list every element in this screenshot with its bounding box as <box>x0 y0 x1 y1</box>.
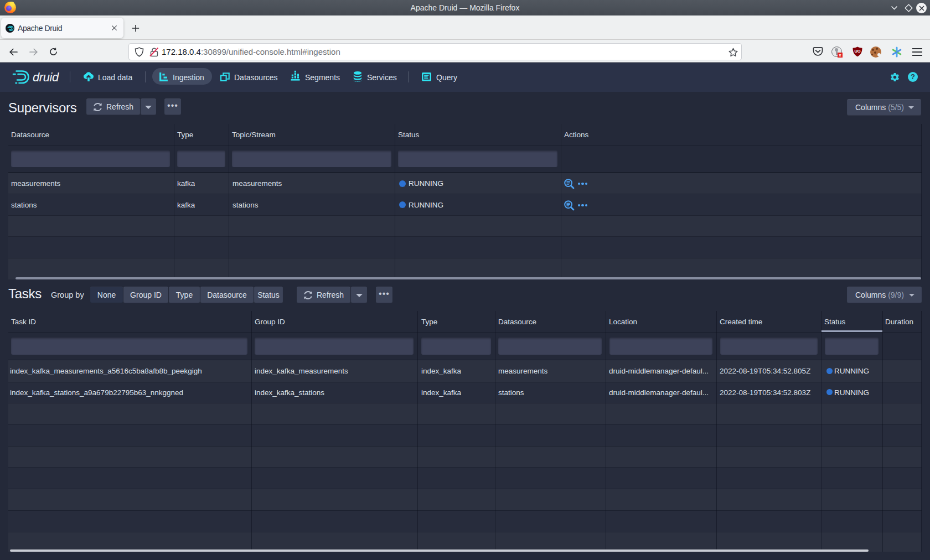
svg-text:UO: UO <box>854 49 860 54</box>
